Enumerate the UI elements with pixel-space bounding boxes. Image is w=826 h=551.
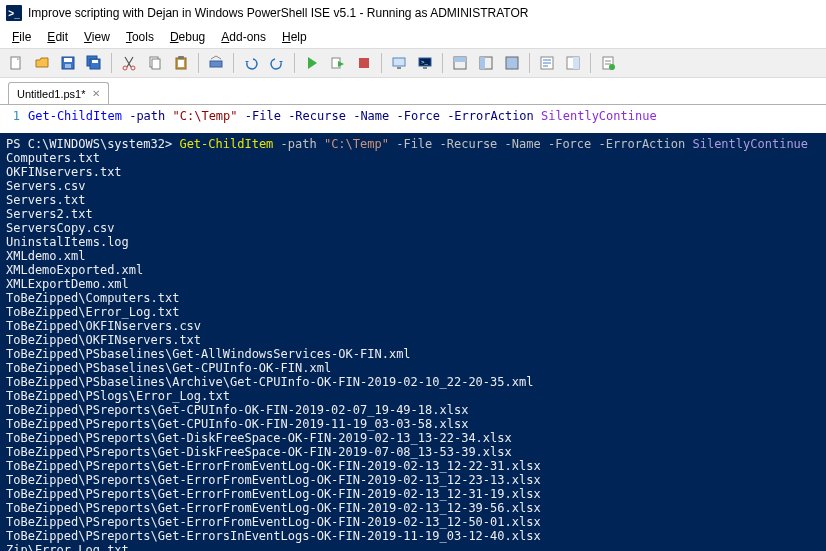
gutter-lineno: 1 — [0, 107, 28, 125]
cut-button[interactable] — [117, 51, 141, 75]
menu-help[interactable]: Help — [274, 28, 315, 46]
clear-console-button[interactable] — [204, 51, 228, 75]
console-output: Computers.txt OKFINservers.txt Servers.c… — [6, 151, 541, 551]
tab-strip: Untitled1.ps1* ✕ — [0, 78, 826, 104]
script-editor[interactable]: 1 Get-ChildItem -path "C:\Temp" -File -R… — [0, 104, 826, 133]
svg-rect-14 — [210, 61, 222, 67]
layout-max-button[interactable] — [500, 51, 524, 75]
start-powershell-button[interactable]: >_ — [413, 51, 437, 75]
svg-rect-25 — [480, 57, 485, 69]
redo-button[interactable] — [265, 51, 289, 75]
open-button[interactable] — [30, 51, 54, 75]
svg-rect-3 — [65, 64, 71, 68]
menu-add-ons[interactable]: Add-ons — [213, 28, 274, 46]
title-bar: >_ Improve scripting with Dejan in Windo… — [0, 0, 826, 26]
code-line[interactable]: Get-ChildItem -path "C:\Temp" -File -Rec… — [28, 107, 657, 125]
window-title: Improve scripting with Dejan in Windows … — [28, 6, 528, 20]
svg-rect-20 — [423, 67, 427, 69]
svg-text:>_: >_ — [421, 59, 429, 65]
tab-close-icon[interactable]: ✕ — [92, 88, 100, 99]
save-all-button[interactable] — [82, 51, 106, 75]
layout-side-button[interactable] — [474, 51, 498, 75]
undo-button[interactable] — [239, 51, 263, 75]
show-command-button[interactable] — [535, 51, 559, 75]
svg-point-8 — [131, 66, 135, 70]
run-script-button[interactable] — [300, 51, 324, 75]
stop-button[interactable] — [352, 51, 376, 75]
svg-rect-26 — [506, 57, 518, 69]
svg-rect-12 — [178, 60, 184, 67]
paste-button[interactable] — [169, 51, 193, 75]
svg-rect-13 — [178, 56, 184, 59]
svg-rect-17 — [393, 58, 405, 66]
svg-rect-32 — [573, 57, 579, 69]
svg-point-34 — [609, 64, 615, 70]
new-button[interactable] — [4, 51, 28, 75]
menu-file[interactable]: File — [4, 28, 39, 46]
save-button[interactable] — [56, 51, 80, 75]
toolbar: >_ — [0, 48, 826, 78]
svg-rect-23 — [454, 57, 466, 62]
menu-bar: FileEditViewToolsDebugAdd-onsHelp — [0, 26, 826, 48]
menu-tools[interactable]: Tools — [118, 28, 162, 46]
layout-script-top-button[interactable] — [448, 51, 472, 75]
tab-label: Untitled1.ps1* — [17, 88, 86, 100]
menu-view[interactable]: View — [76, 28, 118, 46]
run-selection-button[interactable] — [326, 51, 350, 75]
console-pane[interactable]: PS C:\WINDOWS\system32> Get-ChildItem -p… — [0, 133, 826, 551]
snippets-button[interactable] — [596, 51, 620, 75]
new-remote-tab-button[interactable] — [387, 51, 411, 75]
svg-rect-18 — [397, 67, 401, 69]
svg-rect-10 — [152, 59, 160, 69]
menu-edit[interactable]: Edit — [39, 28, 76, 46]
ise-window: >_ Improve scripting with Dejan in Windo… — [0, 0, 826, 551]
svg-point-7 — [123, 66, 127, 70]
svg-rect-2 — [64, 58, 72, 62]
svg-rect-6 — [92, 60, 98, 63]
show-command-addon-button[interactable] — [561, 51, 585, 75]
powershell-icon: >_ — [6, 5, 22, 21]
tab-untitled1[interactable]: Untitled1.ps1* ✕ — [8, 82, 109, 104]
svg-rect-16 — [359, 58, 369, 68]
menu-debug[interactable]: Debug — [162, 28, 213, 46]
console-prompt-line: PS C:\WINDOWS\system32> Get-ChildItem -p… — [6, 137, 808, 151]
copy-button[interactable] — [143, 51, 167, 75]
